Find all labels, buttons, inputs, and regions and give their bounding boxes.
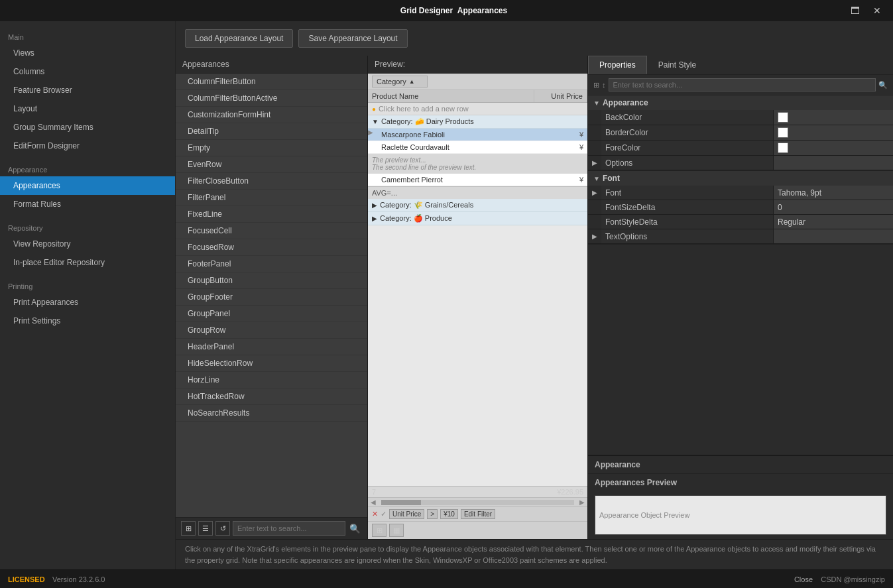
sidebar-item-feature-browser[interactable]: Feature Browser (0, 81, 175, 99)
props-search-button[interactable]: 🔍 (878, 81, 888, 89)
filter-check-icon[interactable]: ✓ (381, 510, 387, 518)
preview-toolbar-list-btn[interactable]: ▦ (389, 524, 404, 537)
scrollbar-track[interactable] (381, 500, 574, 505)
appearance-item-horz-line[interactable]: HorzLine (176, 372, 367, 388)
appearance-item-group-footer[interactable]: GroupFooter (176, 289, 367, 306)
props-section-font-header[interactable]: ▼ Font (588, 171, 893, 186)
appearance-item-header-panel[interactable]: HeaderPanel (176, 339, 367, 355)
prop-name-font-size-delta: FontSizeDelta (601, 200, 774, 214)
sidebar-item-print-settings[interactable]: Print Settings (0, 312, 175, 330)
filter-value-btn[interactable]: ¥10 (440, 509, 458, 519)
appearance-item-even-row[interactable]: EvenRow (176, 156, 367, 173)
filter-operator-btn[interactable]: > (427, 509, 438, 519)
category-filter-label: Category (377, 78, 406, 86)
appearance-item-column-filter-button[interactable]: ColumnFilterButton (176, 74, 367, 90)
footer-close-button[interactable]: Close (794, 575, 813, 583)
prop-value-border-color[interactable] (774, 125, 893, 140)
font-section-title: Font (603, 174, 620, 183)
preview-toolbar-grid-btn[interactable]: ⊞ (372, 524, 387, 537)
prop-value-options[interactable] (774, 156, 893, 170)
tab-paint-style[interactable]: Paint Style (647, 56, 707, 74)
prop-value-fore-color[interactable] (774, 141, 893, 155)
appearance-item-filter-close-button[interactable]: FilterCloseButton (176, 173, 367, 190)
appearance-item-fixed-line[interactable]: FixedLine (176, 206, 367, 223)
sidebar-section-printing: Printing (0, 276, 175, 293)
sidebar-item-format-rules[interactable]: Format Rules (0, 195, 175, 213)
appearance-item-focused-cell[interactable]: FocusedCell (176, 223, 367, 239)
grid-add-row[interactable]: ● Click here to add a new row (368, 103, 587, 115)
appearance-item-column-filter-button-active[interactable]: ColumnFilterButtonActive (176, 90, 367, 107)
options-expand[interactable]: ▶ (588, 156, 601, 170)
appearance-grid-btn[interactable]: ⊞ (181, 521, 196, 536)
prop-row-border-color: BorderColor (588, 125, 893, 141)
prop-value-font[interactable]: Tahoma, 9pt (774, 186, 893, 200)
summary-total: ¥226.95 (557, 488, 583, 496)
sidebar-item-view-repository[interactable]: View Repository (0, 235, 175, 253)
sidebar-item-print-appearances[interactable]: Print Appearances (0, 293, 175, 312)
appearances-search-input[interactable] (233, 521, 345, 536)
props-sort-by-category-btn[interactable]: ⊞ (593, 81, 599, 89)
grid-preview: Category ▲ Product Name Unit Price ● (368, 74, 587, 486)
appearance-item-customization-form-hint[interactable]: CustomizationFormHint (176, 107, 367, 123)
appearance-item-hide-selection-row[interactable]: HideSelectionRow (176, 355, 367, 372)
appearance-item-detail-tip[interactable]: DetailTip (176, 123, 367, 140)
close-window-button[interactable]: ✕ (869, 4, 885, 17)
cell-raclette-name: Raclette Courdavault (377, 141, 534, 153)
appearance-item-group-row[interactable]: GroupRow (176, 322, 367, 339)
props-sort-alphabetical-btn[interactable]: ↕ (602, 81, 606, 89)
filter-field-btn[interactable]: Unit Price (389, 509, 424, 519)
prop-value-text-options[interactable] (774, 229, 893, 243)
load-appearance-layout-button[interactable]: Load Appearance Layout (185, 29, 293, 48)
appearance-item-group-panel[interactable]: GroupPanel (176, 306, 367, 322)
filter-clear-icon[interactable]: ✕ (372, 510, 378, 518)
sidebar-item-group-summary-items[interactable]: Group Summary Items (0, 118, 175, 137)
props-search-row: ⊞ ↕ 🔍 (588, 75, 893, 95)
fore-color-swatch (778, 143, 788, 153)
appearances-search-button[interactable]: 🔍 (348, 524, 362, 534)
save-appearance-layout-button[interactable]: Save Appearance Layout (298, 29, 407, 48)
props-section-appearance-header[interactable]: ▼ Appearance (588, 95, 893, 110)
appearance-item-footer-panel[interactable]: FooterPanel (176, 256, 367, 272)
sidebar: Main Views Columns Feature Browser Layou… (0, 21, 176, 569)
tab-properties[interactable]: Properties (588, 56, 647, 74)
header-unit-price[interactable]: Unit Price (534, 90, 587, 102)
appearance-item-empty[interactable]: Empty (176, 140, 367, 156)
prop-value-font-size-delta[interactable]: 0 (774, 200, 893, 214)
sidebar-item-columns[interactable]: Columns (0, 62, 175, 81)
data-row-camembert[interactable]: Camembert Pierrot ¥ (368, 174, 587, 186)
sidebar-item-layout[interactable]: Layout (0, 99, 175, 118)
header-product-name[interactable]: Product Name (368, 90, 534, 102)
appearance-item-no-search-results[interactable]: NoSearchResults (176, 405, 367, 422)
appearance-item-focused-row[interactable]: FocusedRow (176, 239, 367, 256)
appearance-item-group-button[interactable]: GroupButton (176, 272, 367, 289)
text-options-expand[interactable]: ▶ (588, 229, 601, 243)
appearance-refresh-btn[interactable]: ↺ (215, 521, 230, 536)
prop-value-font-style-delta[interactable]: Regular (774, 215, 893, 229)
row-indicator-raclette (368, 141, 377, 153)
data-row-raclette[interactable]: Raclette Courdavault ¥ (368, 141, 587, 154)
group-row-dairy[interactable]: ▼ Category: 🧀 Dairy Products (368, 115, 587, 129)
group-row-grains[interactable]: ▶ Category: 🌾 Grains/Cereals (368, 199, 587, 212)
scroll-right-btn[interactable]: ▶ (577, 499, 587, 506)
appearance-item-filter-panel[interactable]: FilterPanel (176, 190, 367, 206)
sidebar-item-appearances[interactable]: Appearances (0, 176, 175, 195)
scrollbar-thumb[interactable] (381, 500, 421, 505)
group-row-produce[interactable]: ▶ Category: 🍎 Produce (368, 212, 587, 225)
sidebar-item-inplace-editor-repository[interactable]: In-place Editor Repository (0, 253, 175, 272)
data-row-mascarpone[interactable]: ▶ Mascarpone Fabioli ¥ (368, 129, 587, 141)
minimize-button[interactable]: 🗖 (847, 4, 864, 17)
appearance-list-btn[interactable]: ☰ (198, 521, 213, 536)
sidebar-item-editform-designer[interactable]: EditForm Designer (0, 137, 175, 155)
props-search-input[interactable] (609, 78, 876, 91)
filter-edit-btn[interactable]: Edit Filter (461, 509, 495, 519)
footer: LICENSED Version 23.2.6.0 Close CSDN @mi… (0, 569, 893, 588)
category-filter-dropdown[interactable]: Category ▲ (372, 76, 428, 88)
grid-summary-row: 7 ¥226.95 (368, 486, 587, 497)
appearance-item-hot-tracked-row[interactable]: HotTrackedRow (176, 388, 367, 405)
title-main: Appearances (457, 6, 507, 15)
prop-value-back-color[interactable] (774, 110, 893, 125)
grid-scrollbar[interactable]: ◀ ▶ (368, 497, 587, 506)
sidebar-item-views[interactable]: Views (0, 44, 175, 62)
scroll-left-btn[interactable]: ◀ (368, 499, 379, 506)
font-expand[interactable]: ▶ (588, 186, 601, 200)
